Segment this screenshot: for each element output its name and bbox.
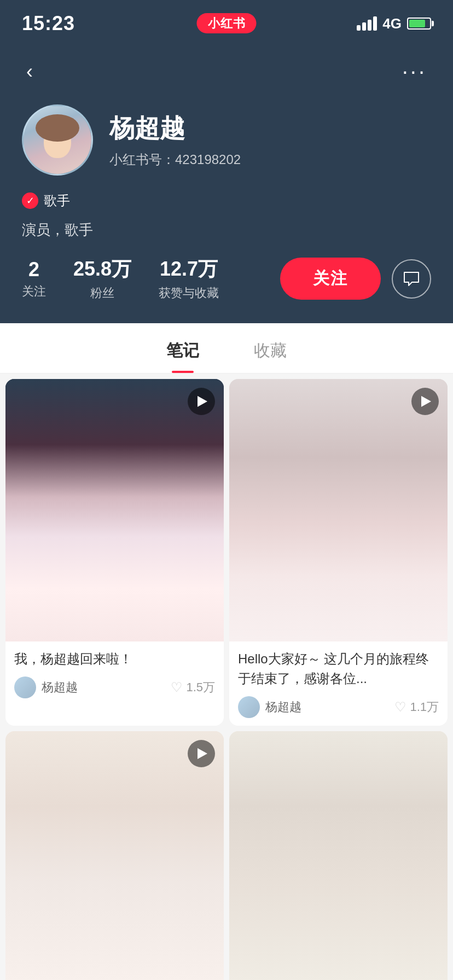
profile-header: ‹ ··· 杨超越 小红书号：423198202 ✓ 歌手 演员，歌手 2 关注… [0,44,453,323]
post-card-1[interactable]: 我，杨超越回来啦！ 杨超越 ♡ 1.5万 [5,379,224,726]
avatar[interactable] [22,104,93,176]
post-footer-1: 杨超越 ♡ 1.5万 [14,676,215,698]
likes-label: 获赞与收藏 [159,285,219,301]
author-avatar-2 [238,696,260,718]
heart-icon-1: ♡ [171,680,183,695]
post-title-2: Hello大家好～ 这几个月的旅程终于结束了，感谢各位... [238,649,439,689]
following-label: 关注 [22,283,46,300]
post-card-2[interactable]: Hello大家好～ 这几个月的旅程终于结束了，感谢各位... 杨超越 ♡ 1.1… [229,379,448,726]
profile-info: 杨超越 小红书号：423198202 [22,104,431,176]
post-image-1 [5,379,224,641]
post-title-1: 我，杨超越回来啦！ [14,649,215,669]
followers-count: 25.8万 [73,256,131,283]
stat-followers[interactable]: 25.8万 粉丝 [73,256,131,301]
play-icon-2 [411,388,439,415]
message-button[interactable] [392,259,431,299]
back-button[interactable]: ‹ [22,56,37,88]
post-image-3 [5,731,224,980]
tab-collections[interactable]: 收藏 [254,340,287,373]
play-icon-1 [188,388,215,415]
battery-icon [407,18,431,30]
author-avatar-1 [14,676,36,698]
follow-button[interactable]: 关注 [280,258,381,300]
action-buttons: 关注 [280,258,431,300]
post-author-1: 杨超越 [14,676,78,698]
profile-id: 小红书号：423198202 [109,152,241,167]
message-icon [403,271,420,287]
heart-icon-2: ♡ [394,699,406,715]
app-name: 小红书 [197,13,257,33]
badge-row: ✓ 歌手 [22,192,431,209]
network-label: 4G [382,15,402,32]
followers-label: 粉丝 [90,285,114,301]
author-name-1: 杨超越 [42,679,78,696]
post-likes-2: ♡ 1.1万 [394,699,439,715]
app-badge: 小红书 [197,15,257,32]
post-card-3[interactable]: 淑女陈意涵？不不不 我带你们了解一下真实的她哈哈... 杨超越 ♡ [5,731,224,980]
post-footer-2: 杨超越 ♡ 1.1万 [238,696,439,718]
author-name-2: 杨超越 [265,699,301,715]
likes-count: 12.7万 [160,256,218,283]
status-right: 4G [357,15,431,32]
signal-icon [357,16,377,31]
post-card-4[interactable]: 杨超越 ♡ [229,731,448,980]
post-image-4 [229,731,448,980]
post-content-1: 我，杨超越回来啦！ 杨超越 ♡ 1.5万 [5,641,224,706]
profile-meta: 杨超越 小红书号：423198202 [109,112,241,168]
post-likes-1: ♡ 1.5万 [171,679,215,696]
status-bar: 15:23 小红书 4G [0,0,453,44]
status-time: 15:23 [22,12,75,35]
tabs-container: 笔记 收藏 [0,323,453,374]
profile-name: 杨超越 [109,112,241,145]
nav-bar: ‹ ··· [22,55,431,88]
tab-notes[interactable]: 笔记 [166,340,199,373]
stats-row: 2 关注 25.8万 粉丝 12.7万 获赞与收藏 关注 [22,256,431,301]
stat-likes[interactable]: 12.7万 获赞与收藏 [159,256,219,301]
post-author-2: 杨超越 [238,696,301,718]
stat-following[interactable]: 2 关注 [22,258,46,300]
post-image-2 [229,379,448,641]
following-count: 2 [28,258,39,281]
verified-label: 歌手 [44,192,70,209]
content-grid: 我，杨超越回来啦！ 杨超越 ♡ 1.5万 Hello大 [0,374,453,980]
bio-text: 演员，歌手 [22,220,431,240]
more-button[interactable]: ··· [398,55,431,88]
verified-icon: ✓ [22,192,38,209]
play-icon-3 [188,740,215,767]
post-content-2: Hello大家好～ 这几个月的旅程终于结束了，感谢各位... 杨超越 ♡ 1.1… [229,641,448,726]
